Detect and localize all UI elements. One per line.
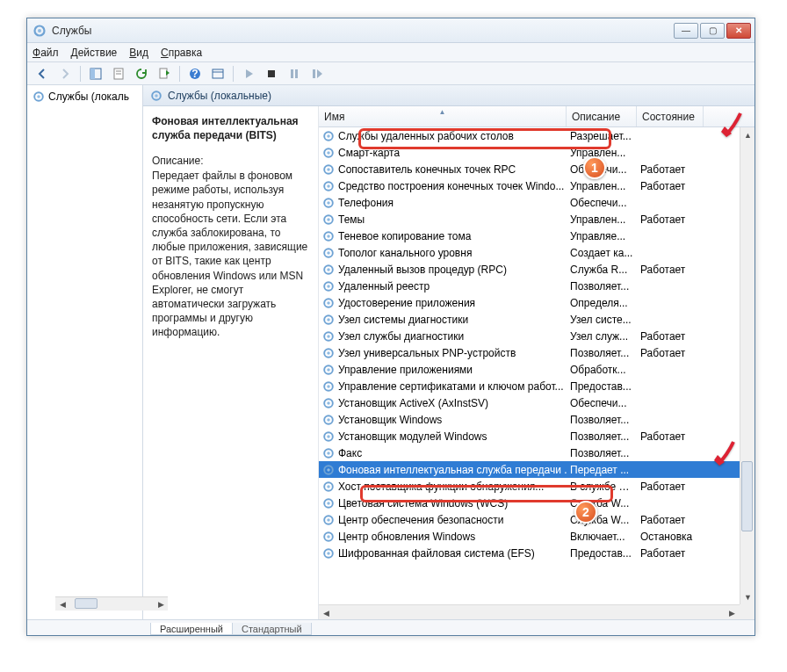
service-desc: Узел служ... xyxy=(567,330,637,343)
help-button[interactable]: ? xyxy=(185,64,205,83)
tab-extended[interactable]: Расширенный xyxy=(150,623,233,635)
show-hide-tree-button[interactable] xyxy=(86,64,105,83)
scroll-right-icon[interactable]: ▶ xyxy=(725,605,740,620)
tab-standard[interactable]: Стандартный xyxy=(232,623,312,635)
close-button[interactable]: ✕ xyxy=(726,23,751,39)
titlebar[interactable]: Службы — ▢ ✕ xyxy=(27,18,755,43)
scroll-up-icon[interactable]: ▲ xyxy=(740,127,755,142)
service-row[interactable]: ФаксПозволяет... xyxy=(319,444,740,461)
service-row[interactable]: Установщик ActiveX (AxInstSV)Обеспечи... xyxy=(319,394,740,411)
service-desc: Позволяет... xyxy=(567,280,637,293)
tree-hscroll[interactable]: ◀ ▶ xyxy=(55,596,168,611)
service-row[interactable]: Смарт-картаУправлен... xyxy=(319,144,740,161)
vertical-scrollbar[interactable]: ▲ ▼ xyxy=(740,127,755,604)
service-row[interactable]: Узел системы диагностикиУзел систе... xyxy=(319,311,740,328)
menu-action[interactable]: Действие xyxy=(71,47,118,59)
gear-icon xyxy=(322,297,335,309)
service-row[interactable]: Теневое копирование томаУправляе... xyxy=(319,228,740,244)
horizontal-scrollbar[interactable]: ◀ ▶ xyxy=(319,604,740,619)
service-name: Тополог канального уровня xyxy=(338,247,472,259)
service-desc: Позволяет... xyxy=(567,430,637,443)
scroll-left-icon[interactable]: ◀ xyxy=(319,605,334,620)
service-row[interactable]: Управление сертификатами и ключом работ.… xyxy=(319,378,740,394)
service-row[interactable]: Фоновая интеллектуальная служба передачи… xyxy=(319,461,740,478)
svg-rect-7 xyxy=(160,69,167,78)
toolbar: ? xyxy=(27,62,755,85)
service-row[interactable]: Сопоставитель конечных точек RPCОбеспечи… xyxy=(319,161,740,177)
service-row[interactable]: Узел универсальных PNP-устройствПозволяе… xyxy=(319,344,740,361)
service-name: Теневое копирование тома xyxy=(338,230,471,242)
service-row[interactable]: ТемыУправлен...Работает xyxy=(319,211,740,228)
service-desc: Управлен... xyxy=(567,147,637,159)
service-row[interactable]: Цветовая система Windows (WCS)Служба W..… xyxy=(319,495,740,511)
service-name: Удаленный вызов процедур (RPC) xyxy=(338,264,507,276)
service-desc: Обеспечи... xyxy=(567,397,637,409)
window-title: Службы xyxy=(52,25,674,37)
annotation-badge-1: 1 xyxy=(583,156,606,179)
restart-button[interactable] xyxy=(307,64,327,83)
column-state[interactable]: Состояние xyxy=(637,106,704,126)
tree-root[interactable]: Службы (локаль xyxy=(29,89,141,105)
service-state: Работает xyxy=(637,481,704,493)
service-name: Темы xyxy=(338,213,365,226)
scroll-down-icon[interactable]: ▼ xyxy=(740,589,755,604)
service-row[interactable]: Шифрованная файловая система (EFS)Предос… xyxy=(319,545,740,561)
gear-icon xyxy=(322,547,335,560)
detail-pane: Фоновая интеллектуальная служба передачи… xyxy=(143,106,319,619)
scroll-thumb[interactable] xyxy=(741,461,753,531)
back-button[interactable] xyxy=(32,64,52,83)
column-name[interactable]: Имя▲ xyxy=(319,106,567,126)
service-name: Удаленный реестр xyxy=(338,280,430,293)
service-name: Шифрованная файловая система (EFS) xyxy=(338,547,535,560)
service-row[interactable]: Хост поставщика функции обнаружения...В … xyxy=(319,478,740,495)
service-desc: Управляе... xyxy=(567,230,637,242)
maximize-button[interactable]: ▢ xyxy=(700,23,725,39)
service-row[interactable]: Удостоверение приложенияОпределя... xyxy=(319,294,740,311)
service-row[interactable]: Центр обновления WindowsВключает...Остан… xyxy=(319,528,740,545)
export-button[interactable] xyxy=(155,64,174,83)
service-row[interactable]: Тополог канального уровняСоздает ка... xyxy=(319,244,740,261)
service-row[interactable]: Узел службы диагностикиУзел служ...Работ… xyxy=(319,328,740,344)
start-button[interactable] xyxy=(239,64,258,83)
tree-root-label: Службы (локаль xyxy=(48,90,129,103)
gear-icon xyxy=(322,180,335,192)
scroll-right-icon[interactable]: ▶ xyxy=(154,597,168,611)
service-name: Узел универсальных PNP-устройств xyxy=(338,347,516,359)
service-row[interactable]: Удаленный вызов процедур (RPC)Служба R..… xyxy=(319,261,740,278)
forward-button[interactable] xyxy=(55,64,75,83)
service-name: Смарт-карта xyxy=(338,147,400,159)
service-name: Узел системы диагностики xyxy=(338,314,468,326)
refresh-button[interactable] xyxy=(132,64,151,83)
service-desc: Создает ка... xyxy=(567,247,637,259)
scroll-thumb[interactable] xyxy=(75,598,97,609)
scroll-left-icon[interactable]: ◀ xyxy=(55,597,69,611)
service-row[interactable]: Управление приложениямиОбработк... xyxy=(319,361,740,378)
menubar: Файл Действие Вид Справка xyxy=(27,43,755,62)
menu-view[interactable]: Вид xyxy=(129,47,148,59)
service-desc: В службе б... xyxy=(567,481,637,493)
menu-file[interactable]: Файл xyxy=(32,47,59,59)
properties-button[interactable] xyxy=(109,64,128,83)
service-row[interactable]: Средство построения конечных точек Windo… xyxy=(319,177,740,194)
gear-icon xyxy=(322,514,335,526)
gear-icon xyxy=(322,497,335,509)
service-desc: Разрешает... xyxy=(567,130,637,142)
menu-help[interactable]: Справка xyxy=(161,47,202,59)
services-list: Имя▲ Описание Состояние Службы удаленных… xyxy=(319,106,755,619)
service-row[interactable]: Установщик WindowsПозволяет... xyxy=(319,411,740,428)
column-description[interactable]: Описание xyxy=(567,106,637,126)
service-row[interactable]: Службы удаленных рабочих столовРазрешает… xyxy=(319,127,740,144)
pause-button[interactable] xyxy=(285,64,304,83)
svg-rect-3 xyxy=(90,69,95,79)
service-row[interactable]: Центр обеспечения безопасностиСлужба W..… xyxy=(319,511,740,528)
list-button[interactable] xyxy=(208,64,227,83)
service-desc: Предостав... xyxy=(567,380,637,393)
gear-icon xyxy=(322,447,335,459)
service-row[interactable]: Удаленный реестрПозволяет... xyxy=(319,278,740,294)
service-row[interactable]: ТелефонияОбеспечи... xyxy=(319,194,740,211)
stop-button[interactable] xyxy=(262,64,281,83)
service-name: Средство построения конечных точек Windo… xyxy=(338,180,564,192)
minimize-button[interactable]: — xyxy=(674,23,698,39)
service-row[interactable]: Установщик модулей WindowsПозволяет...Ра… xyxy=(319,428,740,444)
service-name: Установщик ActiveX (AxInstSV) xyxy=(338,397,488,409)
